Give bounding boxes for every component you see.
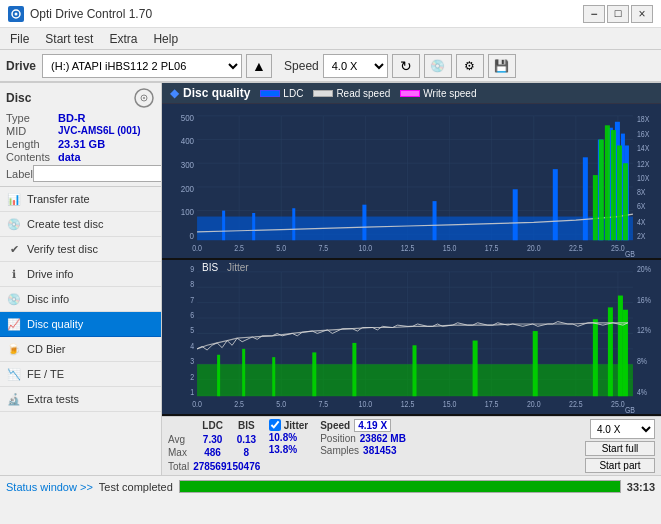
jitter-checkbox[interactable] (269, 419, 281, 431)
sidebar-item-create-test-disc[interactable]: 💿 Create test disc (0, 212, 161, 237)
svg-text:7.5: 7.5 (318, 399, 328, 409)
svg-rect-63 (593, 175, 598, 240)
svg-text:14X: 14X (637, 144, 649, 154)
jitter-avg-row: 10.8% (269, 432, 308, 443)
chart2-container: BIS Jitter (162, 260, 661, 416)
maximize-button[interactable]: □ (607, 5, 629, 23)
ldc-legend-box (260, 90, 280, 97)
svg-rect-28 (513, 189, 518, 240)
chart1-svg: 0 100 200 300 400 500 2X 4X 6X 8X 10X 12… (162, 104, 661, 258)
minimize-button[interactable]: − (583, 5, 605, 23)
svg-text:300: 300 (181, 159, 194, 170)
sidebar-item-extra-tests[interactable]: 🔬 Extra tests (0, 387, 161, 412)
ldc-total-val: 2785691 (193, 460, 232, 474)
dq-title: Disc quality (183, 86, 250, 100)
transfer-rate-label: Transfer rate (27, 193, 90, 205)
status-window-button[interactable]: Status window >> (6, 481, 93, 493)
create-test-disc-label: Create test disc (27, 218, 103, 230)
cd-bier-label: CD Bier (27, 343, 66, 355)
status-text: Test completed (99, 481, 173, 493)
settings-button[interactable]: ⚙ (456, 54, 484, 78)
drive-select[interactable]: (H:) ATAPI iHBS112 2 PL06 (42, 54, 242, 78)
action-area: 4.0 X Start full Start part (585, 419, 655, 473)
titlebar: Opti Drive Control 1.70 − □ × (0, 0, 661, 28)
disc-button[interactable]: 💿 (424, 54, 452, 78)
app-icon (8, 6, 24, 22)
svg-text:7: 7 (190, 295, 194, 305)
svg-rect-91 (242, 349, 245, 396)
disc-label-input[interactable] (33, 165, 162, 182)
sidebar-item-disc-info[interactable]: 💿 Disc info (0, 287, 161, 312)
speed-select-stats[interactable]: 4.0 X (590, 419, 655, 439)
verify-test-disc-label: Verify test disc (27, 243, 98, 255)
svg-text:12.5: 12.5 (401, 243, 415, 253)
drive-info-label: Drive info (27, 268, 73, 280)
svg-text:9: 9 (190, 264, 194, 274)
sidebar-item-drive-info[interactable]: ℹ Drive info (0, 262, 161, 287)
disc-length-key: Length (6, 138, 58, 150)
menu-file[interactable]: File (2, 30, 37, 48)
avg-row-label: Avg (168, 433, 193, 447)
toolbar: Drive (H:) ATAPI iHBS112 2 PL06 ▲ Speed … (0, 50, 661, 82)
disc-type-key: Type (6, 112, 58, 124)
ldc-legend-label: LDC (283, 88, 303, 99)
read-speed-legend-label: Read speed (336, 88, 390, 99)
speed-select[interactable]: 4.0 X (323, 54, 388, 78)
svg-rect-25 (292, 208, 295, 240)
start-full-button[interactable]: Start full (585, 441, 655, 456)
svg-rect-99 (608, 307, 613, 396)
bis-max-val: 8 (232, 446, 261, 460)
svg-text:22.5: 22.5 (569, 243, 583, 253)
svg-text:10.0: 10.0 (359, 399, 373, 409)
svg-text:2.5: 2.5 (234, 243, 244, 253)
svg-text:10.0: 10.0 (359, 243, 373, 253)
start-part-button[interactable]: Start part (585, 458, 655, 473)
close-button[interactable]: × (631, 5, 653, 23)
svg-point-1 (15, 12, 18, 15)
svg-text:2: 2 (190, 372, 194, 382)
save-button[interactable]: 💾 (488, 54, 516, 78)
sidebar-item-fe-te[interactable]: 📉 FE / TE (0, 362, 161, 387)
svg-text:16%: 16% (637, 295, 651, 305)
svg-rect-93 (312, 352, 316, 396)
svg-text:GB: GB (625, 249, 635, 258)
sidebar-item-transfer-rate[interactable]: 📊 Transfer rate (0, 187, 161, 212)
svg-text:15.0: 15.0 (443, 399, 457, 409)
dq-header: ◆ Disc quality LDC Read speed Write spee… (162, 83, 661, 104)
disc-mid-val: JVC-AMS6L (001) (58, 125, 141, 137)
svg-text:0.0: 0.0 (192, 399, 202, 409)
svg-text:7.5: 7.5 (318, 243, 328, 253)
svg-rect-95 (413, 345, 417, 396)
fe-te-label: FE / TE (27, 368, 64, 380)
menu-help[interactable]: Help (145, 30, 186, 48)
position-val: 23862 MB (360, 433, 406, 444)
svg-text:0.0: 0.0 (192, 243, 202, 253)
svg-text:2.5: 2.5 (234, 399, 244, 409)
disc-type-row: Type BD-R (6, 112, 155, 124)
svg-rect-23 (222, 211, 225, 241)
svg-text:18X: 18X (637, 114, 649, 124)
svg-text:6: 6 (190, 310, 194, 320)
svg-text:8X: 8X (637, 188, 646, 198)
progress-bar-fill (180, 481, 620, 492)
sidebar-nav: 📊 Transfer rate 💿 Create test disc ✔ Ver… (0, 187, 161, 412)
sidebar-item-cd-bier[interactable]: 🍺 CD Bier (0, 337, 161, 362)
progress-bar-container (179, 480, 621, 493)
eject-button[interactable]: ▲ (246, 54, 272, 78)
refresh-button[interactable]: ↻ (392, 54, 420, 78)
svg-point-4 (143, 97, 145, 99)
menu-extra[interactable]: Extra (101, 30, 145, 48)
svg-text:22.5: 22.5 (569, 399, 583, 409)
sidebar-item-disc-quality[interactable]: 📈 Disc quality (0, 312, 161, 337)
svg-rect-96 (473, 341, 478, 397)
ldc-col-header: LDC (193, 419, 232, 433)
disc-quality-label: Disc quality (27, 318, 83, 330)
disc-contents-row: Contents data (6, 151, 155, 163)
sidebar-item-verify-test-disc[interactable]: ✔ Verify test disc (0, 237, 161, 262)
svg-text:10X: 10X (637, 173, 649, 183)
ldc-avg-val: 7.30 (193, 433, 232, 447)
statusbar: Status window >> Test completed 33:13 (0, 475, 661, 497)
svg-text:16X: 16X (637, 130, 649, 140)
menu-start-test[interactable]: Start test (37, 30, 101, 48)
svg-text:12.5: 12.5 (401, 399, 415, 409)
